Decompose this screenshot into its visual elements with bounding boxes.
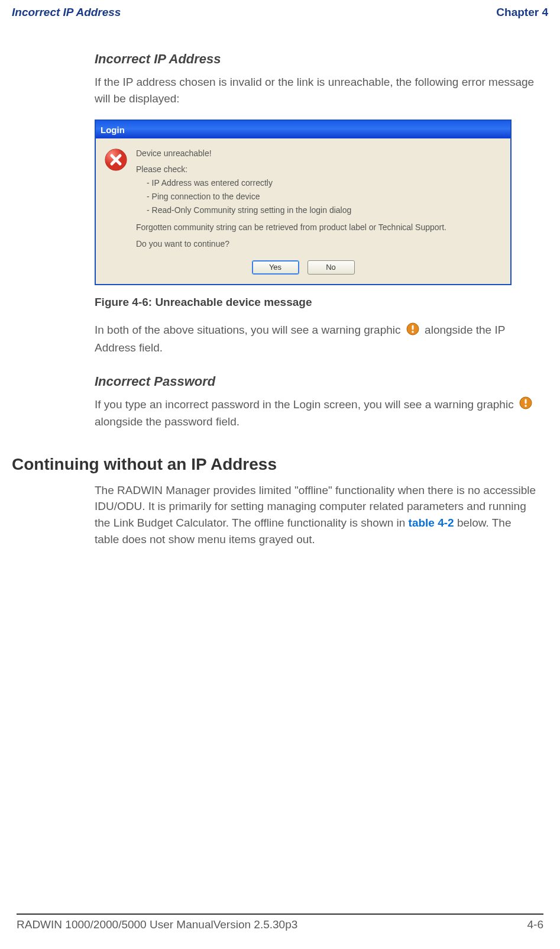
figure-dialog-wrap: Login [95,120,536,285]
warning-icon [519,396,532,414]
yes-button[interactable]: Yes [252,260,299,275]
dialog-error-icon-col [104,148,136,252]
header-left-title: Incorrect IP Address [12,6,121,19]
heading-continuing-without-ip: Continuing without an IP Address [12,455,560,474]
error-icon [104,148,128,172]
dialog-line-3: - IP Address was entered correctly [136,177,446,189]
page-content: Incorrect IP Address If the IP address c… [0,51,560,430]
dialog-title-text: Login [101,125,125,135]
footer-row: RADWIN 1000/2000/5000 User ManualVersion… [17,918,543,931]
svg-point-7 [525,405,527,407]
table-4-2-link[interactable]: table 4-2 [409,517,454,529]
footer-rule [17,914,543,915]
para-ip-intro: If the IP address chosen is invalid or t… [95,74,536,106]
figure-caption: Figure 4-6: Unreachable device message [95,296,536,309]
dialog-line-6: Forgotten community string can be retrie… [136,222,446,233]
para-continuing: The RADWIN Manager provides limited "off… [95,482,536,547]
no-button[interactable]: No [307,260,355,275]
heading-incorrect-password: Incorrect Password [95,374,536,389]
dialog-line-1: Device unreachable! [136,148,446,159]
dialog-titlebar: Login [96,121,510,138]
dialog-line-5: - Read-Only Community string setting in … [136,205,446,216]
para-after-figure: In both of the above situations, you wil… [95,322,536,356]
svg-rect-6 [525,399,526,404]
after-fig-text-1: In both of the above situations, you wil… [95,324,404,336]
dialog-line-7: Do you want to continue? [136,238,446,250]
svg-rect-3 [412,325,413,330]
para-password: If you type an incorrect password in the… [95,396,536,430]
footer-left: RADWIN 1000/2000/5000 User ManualVersion… [17,918,297,931]
pw-text-1: If you type an incorrect password in the… [95,398,517,411]
dialog-message: Device unreachable! Please check: - IP A… [136,148,446,252]
warning-icon [406,322,419,340]
page-footer: RADWIN 1000/2000/5000 User ManualVersion… [0,914,560,931]
svg-point-4 [412,331,414,333]
dialog-button-row: Yes No [96,260,510,284]
running-header: Incorrect IP Address Chapter 4 [0,0,560,19]
dialog-line-2: Please check: [136,164,446,175]
dialog-body: Device unreachable! Please check: - IP A… [96,138,510,260]
login-error-dialog: Login [95,120,512,285]
header-right-chapter: Chapter 4 [496,6,548,19]
heading-incorrect-ip: Incorrect IP Address [95,51,536,67]
pw-text-2: alongside the password field. [95,415,239,428]
dialog-line-4: - Ping connection to the device [136,191,446,202]
footer-right: 4-6 [527,918,543,931]
